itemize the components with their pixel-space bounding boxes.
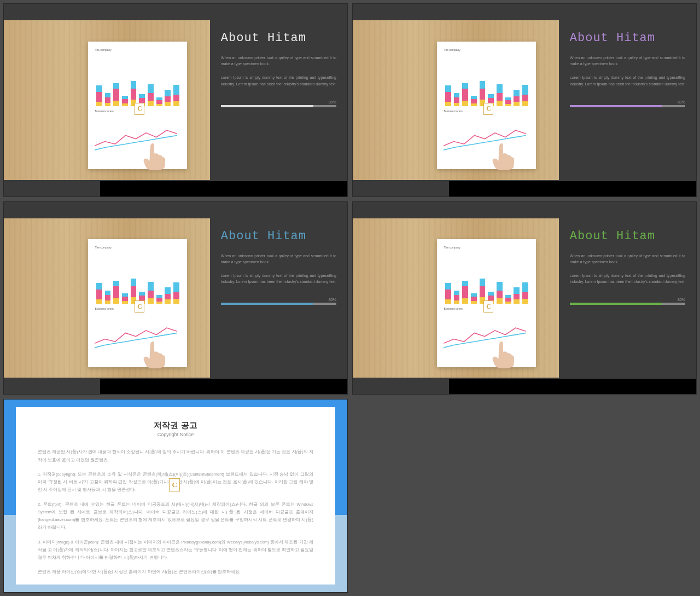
hand-icon — [138, 329, 167, 380]
para-1: When an unknown printer took a galley of… — [221, 55, 336, 67]
para-1: When an unknown printer took a galley of… — [570, 253, 685, 265]
progress-label: 80% — [221, 100, 336, 104]
progress-label: 80% — [221, 298, 336, 302]
black-strip — [100, 181, 347, 196]
progress-label: 80% — [570, 100, 685, 104]
progress: 80% — [570, 100, 685, 107]
paper-chart: The company Business lorem — [88, 239, 187, 367]
hand-icon — [138, 131, 167, 182]
logo-icon: C — [169, 478, 180, 491]
paper-chart: The company Business lorem — [88, 42, 187, 169]
slide-1[interactable]: The company Business lorem — [3, 3, 348, 197]
text-area: About Hitam When an unknown printer took… — [210, 202, 347, 395]
progress: 80% — [221, 100, 336, 107]
slide-image: The company Business lorem — [4, 20, 210, 180]
para-1: When an unknown printer took a galley of… — [221, 253, 336, 265]
logo-icon: C — [483, 300, 493, 313]
cp-title: 저작권 공고 — [38, 420, 313, 431]
slide-grid: The company Business lorem — [0, 0, 700, 596]
bar-chart — [444, 55, 529, 106]
progress-bar — [570, 105, 685, 107]
cp-p0: 콘텐츠 제공업 시(昔)사가 판매 내용과 형식이 소장됩니 시(昔)에 임의 … — [38, 448, 313, 464]
para-2: Lorem Ipsum is simply dummy text of the … — [570, 74, 685, 86]
para-1: When an unknown printer took a galley of… — [570, 55, 685, 67]
bar-chart — [444, 252, 529, 304]
black-strip — [449, 181, 696, 196]
slide-5-copyright[interactable]: 저작권 공고 Copyright Notice 콘텐츠 제공업 시(昔)사가 판… — [3, 399, 348, 593]
logo-icon: C — [135, 300, 144, 313]
cp-p3: 3. 이미지(image) & 아이콘(icon): 콘텐츠 내에 시점이는 이… — [38, 539, 313, 562]
para-2: Lorem Ipsum is simply dummy text of the … — [221, 74, 336, 86]
para-2: Lorem Ipsum is simply dummy text of the … — [570, 273, 685, 285]
logo-icon: C — [135, 103, 144, 115]
bar-chart — [95, 252, 180, 304]
chart-label-1: The company — [444, 246, 529, 249]
progress-bar — [570, 303, 685, 305]
slide-2[interactable]: The company Business lorem — [352, 3, 697, 197]
slide-image: The company Business lorem — [353, 20, 559, 180]
black-strip — [449, 379, 696, 394]
black-strip — [100, 379, 347, 394]
slide-title: About Hitam — [221, 229, 336, 243]
cp-p2: 2. 폰트(font): 콘텐츠 내에 수있는 한글 폰트는 네이버 디공중프의… — [38, 501, 313, 532]
hand-icon — [487, 131, 516, 182]
cp-p4: 콘텐츠 제품 라이신(스)에 대한 시(昔)된 시정은 홈페이지 아단에 시(昔… — [38, 568, 313, 576]
text-area: About Hitam When an unknown printer took… — [559, 4, 696, 196]
slide-image: The company Business lorem — [4, 218, 210, 378]
chart-label-1: The company — [95, 48, 180, 51]
chart-label-1: The company — [444, 48, 529, 51]
cp-subtitle: Copyright Notice — [38, 432, 313, 437]
slide-4[interactable]: The company Business lorem — [352, 201, 697, 395]
slide-image: The company Business lorem — [353, 218, 559, 378]
slide-title: About Hitam — [221, 31, 336, 45]
progress-bar — [221, 303, 336, 305]
progress: 80% — [570, 298, 685, 305]
progress-label: 80% — [570, 298, 685, 302]
progress-bar — [221, 105, 336, 107]
copyright-content: 저작권 공고 Copyright Notice 콘텐츠 제공업 시(昔)사가 판… — [16, 407, 335, 585]
paper-chart: The company Business lorem — [437, 239, 536, 367]
progress: 80% — [221, 298, 336, 305]
slide-title: About Hitam — [570, 31, 685, 45]
text-area: About Hitam When an unknown printer took… — [210, 4, 347, 196]
bar-chart — [95, 55, 180, 106]
slide-3[interactable]: The company Business lorem — [3, 201, 348, 395]
para-2: Lorem Ipsum is simply dummy text of the … — [221, 273, 336, 285]
hand-icon — [487, 329, 516, 380]
slide-6-empty — [352, 399, 697, 593]
paper-chart: The company Business lorem — [437, 42, 536, 169]
slide-title: About Hitam — [570, 229, 685, 243]
text-area: About Hitam When an unknown printer took… — [559, 202, 696, 395]
logo-icon: C — [483, 103, 493, 115]
chart-label-1: The company — [95, 246, 180, 249]
